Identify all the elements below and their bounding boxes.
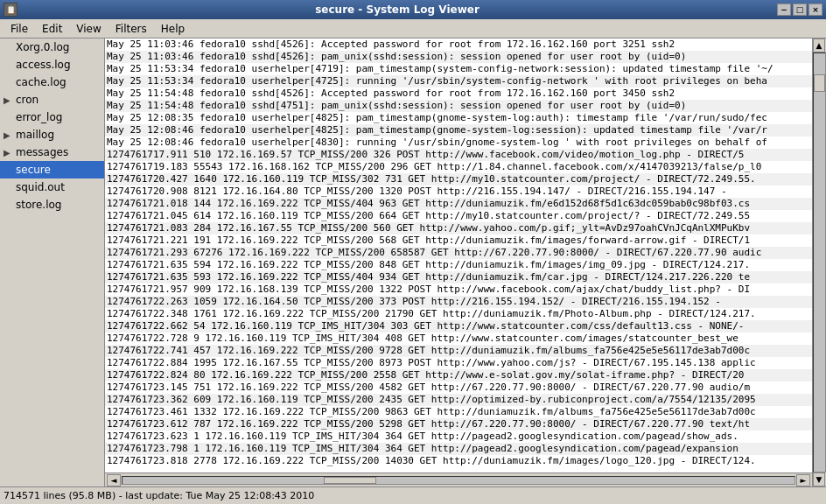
sidebar-item-label: cache.log [16, 76, 66, 88]
log-row: 1274761722.741 457 172.16.169.222 TCP_MI… [105, 345, 812, 357]
log-row: 1274761720.908 8121 172.16.164.80 TCP_MI… [105, 186, 812, 198]
main-area: Xorg.0.log access.log cache.log▶cron err… [0, 38, 826, 486]
menubar: File Edit View Filters Help [0, 19, 826, 38]
log-table: May 25 11:03:46 fedora10 sshd[4526]: Acc… [105, 38, 812, 467]
log-row: 1274761720.427 1640 172.16.160.119 TCP_M… [105, 173, 812, 186]
log-row: May 25 11:54:48 fedora10 sshd[4751]: pam… [105, 100, 812, 112]
sidebar-item-label: error_log [16, 111, 62, 123]
right-area: May 25 11:03:46 fedora10 sshd[4526]: Acc… [105, 38, 826, 486]
titlebar-left: 📋 [4, 3, 18, 17]
log-row: 1274761721.083 284 172.16.167.55 TCP_MIS… [105, 222, 812, 234]
log-row: 1274761722.348 1761 172.16.169.222 TCP_M… [105, 308, 812, 320]
log-area[interactable]: May 25 11:03:46 fedora10 sshd[4526]: Acc… [105, 38, 812, 472]
statusbar-text: 714571 lines (95.8 MB) - last update: Tu… [4, 490, 314, 501]
log-row: 1274761722.884 1995 172.16.167.55 TCP_MI… [105, 357, 812, 369]
sidebar: Xorg.0.log access.log cache.log▶cron err… [0, 38, 105, 486]
expand-arrow-icon: ▶ [4, 130, 16, 140]
log-row: 1274761719.183 55543 172.16.168.162 TCP_… [105, 161, 812, 173]
sidebar-item-cache-log[interactable]: cache.log [0, 74, 104, 91]
vscroll-thumb[interactable] [814, 74, 825, 92]
log-row: 1274761723.623 1 172.16.160.119 TCP_IMS_… [105, 430, 812, 443]
menu-file[interactable]: File [4, 21, 35, 37]
log-row: May 25 11:53:34 fedora10 userhelper[4725… [105, 75, 812, 88]
menu-help[interactable]: Help [154, 21, 192, 37]
sidebar-item-squid-out[interactable]: squid.out [0, 178, 104, 196]
sidebar-item-error-log[interactable]: error_log [0, 108, 104, 126]
sidebar-item-maillog[interactable]: ▶maillog [0, 126, 104, 144]
sidebar-item-cron[interactable]: ▶cron [0, 91, 104, 108]
log-row: May 25 11:53:34 fedora10 userhelper[4719… [105, 63, 812, 75]
statusbar: 714571 lines (95.8 MB) - last update: Tu… [0, 486, 826, 504]
menu-view[interactable]: View [69, 21, 108, 37]
log-row: 1274761721.635 593 172.16.169.222 TCP_MI… [105, 271, 812, 284]
sidebar-item-label: maillog [16, 129, 54, 141]
sidebar-item-label: cron [16, 94, 38, 106]
sidebar-item-label: messages [16, 146, 68, 158]
log-row: 1274761721.293 67276 172.16.169.222 TCP_… [105, 247, 812, 259]
log-row: 1274761723.798 1 172.16.160.119 TCP_IMS_… [105, 443, 812, 455]
sidebar-item-messages[interactable]: ▶messages [0, 144, 104, 161]
titlebar: 📋 secure - System Log Viewer − □ × [0, 0, 826, 19]
log-row: May 25 11:03:46 fedora10 sshd[4526]: Acc… [105, 38, 812, 51]
menu-filters[interactable]: Filters [108, 21, 154, 37]
sidebar-item-label: squid.out [16, 181, 65, 193]
app-icon: 📋 [4, 3, 18, 17]
close-button[interactable]: × [808, 4, 822, 16]
log-row: May 25 11:03:46 fedora10 sshd[4526]: pam… [105, 51, 812, 63]
scroll-thumb[interactable] [324, 477, 376, 484]
sidebar-item-label: store.log [16, 199, 61, 211]
menu-edit[interactable]: Edit [35, 21, 69, 37]
log-row: May 25 12:08:46 fedora10 userhelper[4825… [105, 124, 812, 136]
sidebar-item-Xorg-0-log[interactable]: Xorg.0.log [0, 38, 104, 56]
log-row: 1274761723.461 1332 172.16.169.222 TCP_M… [105, 406, 812, 418]
sidebar-item-label: Xorg.0.log [16, 41, 69, 53]
sidebar-item-secure[interactable]: secure [0, 161, 104, 178]
log-row: 1274761723.145 751 172.16.169.222 TCP_MI… [105, 382, 812, 394]
sidebar-item-store-log[interactable]: store.log [0, 196, 104, 214]
log-row: 1274761721.045 614 172.16.160.119 TCP_MI… [105, 210, 812, 222]
sidebar-item-access-log[interactable]: access.log [0, 56, 104, 74]
log-row: 1274761722.263 1059 172.16.164.50 TCP_MI… [105, 296, 812, 308]
scroll-down-button[interactable]: ▼ [813, 472, 825, 486]
vertical-scrollbar[interactable]: ▲ ▼ [812, 38, 826, 486]
horizontal-scrollbar[interactable]: ◄ ► [105, 472, 812, 486]
log-row: 1274761722.728 9 172.16.160.119 TCP_IMS_… [105, 332, 812, 345]
scroll-up-button[interactable]: ▲ [813, 38, 825, 52]
titlebar-title: secure - System Log Viewer [18, 4, 777, 16]
content-area: May 25 11:03:46 fedora10 sshd[4526]: Acc… [105, 38, 812, 486]
expand-arrow-icon: ▶ [4, 148, 16, 158]
log-row: 1274761722.662 54 172.16.160.119 TCP_IMS… [105, 320, 812, 332]
log-row: 1274761721.221 191 172.16.169.222 TCP_MI… [105, 234, 812, 247]
log-row: 1274761717.911 510 172.16.169.57 TCP_MIS… [105, 149, 812, 161]
vscroll-track[interactable] [813, 52, 826, 472]
scroll-right-button[interactable]: ► [796, 474, 810, 486]
expand-arrow-icon: ▶ [4, 95, 16, 105]
scroll-track[interactable] [122, 476, 795, 485]
titlebar-controls: − □ × [777, 4, 822, 16]
sidebar-item-label: access.log [16, 59, 71, 71]
scroll-left-button[interactable]: ◄ [107, 474, 121, 486]
log-row: 1274761723.612 787 172.16.169.222 TCP_MI… [105, 418, 812, 430]
log-row: 1274761721.957 909 172.16.168.139 TCP_MI… [105, 284, 812, 296]
log-row: 1274761721.018 144 172.16.169.222 TCP_MI… [105, 198, 812, 210]
log-row: May 25 12:08:46 fedora10 userhelper[4830… [105, 136, 812, 149]
log-row: 1274761723.362 609 172.16.160.119 TCP_MI… [105, 394, 812, 406]
log-row: May 25 11:54:48 fedora10 sshd[4526]: Acc… [105, 88, 812, 100]
minimize-button[interactable]: − [777, 4, 791, 16]
log-row: 1274761723.818 2778 172.16.169.222 TCP_M… [105, 455, 812, 467]
maximize-button[interactable]: □ [793, 4, 807, 16]
log-row: May 25 12:08:35 fedora10 userhelper[4825… [105, 112, 812, 124]
sidebar-item-label: secure [16, 164, 51, 176]
log-row: 1274761722.824 80 172.16.169.222 TCP_MIS… [105, 369, 812, 382]
log-row: 1274761721.635 594 172.16.169.222 TCP_MI… [105, 259, 812, 271]
